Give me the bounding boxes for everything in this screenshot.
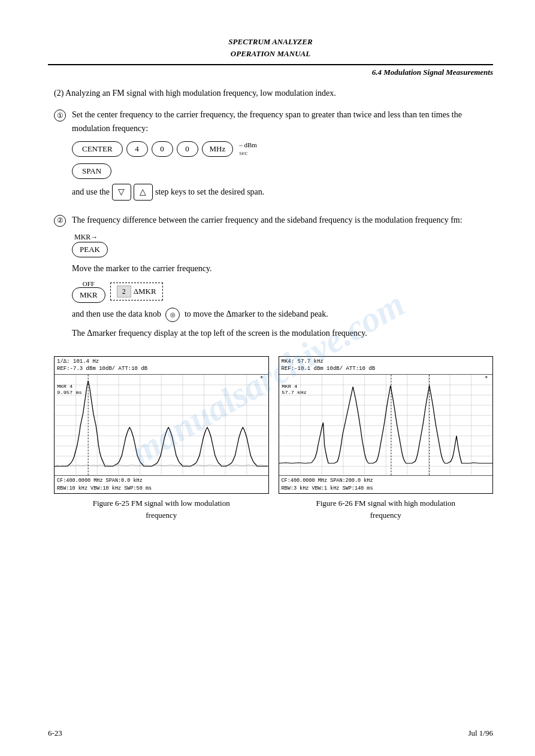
off-label: OFF	[83, 280, 95, 287]
step-keys-prefix: and use the	[72, 187, 110, 197]
fig26-caption-line2: frequency	[316, 509, 455, 521]
svg-text:*: *	[259, 375, 263, 382]
mkr-peak-block: MKR→ PEAK	[72, 233, 493, 257]
delta-mkr-box: 2 ΔMKR	[110, 283, 163, 300]
fig26-plot: * MKR 4 57.7 kHz	[279, 374, 493, 476]
figure-26-box: MK4: 57.7 kHz REF:-10.1 dBm 10dB/ ATT:10…	[279, 356, 494, 494]
fig26-svg: * MKR 4 57.7 kHz	[279, 375, 493, 476]
step-2-number: ②	[54, 215, 66, 227]
header-title-line2: OPERATION MANUAL	[48, 48, 493, 60]
step-1: ① Set the center frequency to the carrie…	[54, 108, 493, 206]
fig26-header: MK4: 57.7 kHz REF:-10.1 dBm 10dB/ ATT:10…	[279, 357, 493, 374]
mkr-off-row: OFF MKR 2 ΔMKR	[72, 280, 493, 303]
data-knob[interactable]: ◎	[165, 308, 180, 322]
fig25-footer: CF:400.0000 MHz SPAN:0.0 kHz RBW:10 kHz …	[55, 476, 268, 494]
page-header: SPECTRUM ANALYZER OPERATION MANUAL	[48, 36, 493, 59]
fig26-footer: CF:400.0000 MHz SPAN:200.0 kHz RBW:3 kHz…	[279, 476, 493, 494]
svg-text:MKR 4: MKR 4	[57, 384, 72, 389]
move-marker-text: Move the marker to the carrier frequency…	[72, 262, 493, 275]
unit-label: – dBm sec	[239, 141, 257, 157]
svg-text:MKR 4: MKR 4	[282, 384, 297, 389]
step-2-content: The frequency difference between the car…	[72, 214, 493, 349]
figure-25-wrap: 1/Δ: 101.4 Hz REF:-7.3 dBm 10dB/ ATT:10 …	[54, 356, 269, 521]
span-key-row: SPAN	[72, 163, 493, 179]
fig25-svg: * MKR 4 9.957 ms	[55, 375, 268, 476]
key-4[interactable]: 4	[126, 141, 148, 157]
key-0b[interactable]: 0	[177, 141, 198, 157]
down-arrow-key[interactable]: ▽	[112, 184, 131, 201]
mkr-button[interactable]: MKR	[72, 287, 105, 303]
header-rule	[48, 64, 493, 65]
figure-26-wrap: MK4: 57.7 kHz REF:-10.1 dBm 10dB/ ATT:10…	[279, 356, 494, 521]
fig25-caption-line2: frequency	[93, 509, 230, 521]
delta-display-text: The Δmarker frequency display at the top…	[72, 327, 493, 340]
fig25-plot: * MKR 4 9.957 ms	[55, 374, 268, 476]
knob-suffix: to move the Δmarker to the sideband peak…	[185, 309, 328, 318]
center-key[interactable]: CENTER	[72, 141, 123, 157]
step-keys-instruction: and use the ▽ △ step keys to set the des…	[72, 184, 493, 201]
peak-button[interactable]: PEAK	[72, 242, 108, 257]
mhz-key[interactable]: MHz	[202, 141, 234, 157]
svg-text:9.957 ms: 9.957 ms	[57, 390, 81, 395]
knob-prefix: and then use the data knob	[72, 309, 161, 318]
fig25-caption-line1: Figure 6-25 FM signal with low modulatio…	[93, 497, 230, 509]
step-1-content: Set the center frequency to the carrier …	[72, 108, 493, 206]
fig25-caption: Figure 6-25 FM signal with low modulatio…	[93, 497, 230, 521]
fig26-ref-line: REF:-10.1 dBm 10dB/ ATT:10 dB	[282, 365, 491, 373]
fig25-footer2: RBW:10 kHz VBW:10 kHz SWP:50 ms	[57, 485, 266, 493]
fig25-header-line1: 1/Δ: 101.4 Hz	[57, 358, 266, 366]
span-key[interactable]: SPAN	[72, 163, 111, 179]
fig25-header: 1/Δ: 101.4 Hz REF:-7.3 dBm 10dB/ ATT:10 …	[55, 357, 268, 374]
step-2-text: The frequency difference between the car…	[72, 214, 493, 227]
step-1-number: ①	[54, 110, 66, 122]
mkr-arrow-label: MKR→	[72, 233, 98, 242]
figures-row: 1/Δ: 101.4 Hz REF:-7.3 dBm 10dB/ ATT:10 …	[54, 356, 493, 521]
step-1-text: Set the center frequency to the carrier …	[72, 108, 493, 135]
svg-text:57.7 kHz: 57.7 kHz	[282, 390, 306, 395]
fig26-caption-line1: Figure 6-26 FM signal with high modulati…	[316, 497, 455, 509]
up-arrow-key[interactable]: △	[134, 184, 153, 201]
page-date: Jul 1/96	[468, 728, 493, 738]
fig26-footer1: CF:400.0000 MHz SPAN:200.0 kHz	[282, 477, 491, 485]
page-number: 6-23	[48, 728, 62, 738]
unit-bot: sec	[239, 149, 257, 157]
step-2: ② The frequency difference between the c…	[54, 214, 493, 349]
figure-25-box: 1/Δ: 101.4 Hz REF:-7.3 dBm 10dB/ ATT:10 …	[54, 356, 269, 494]
key-row-center: CENTER 4 0 0 MHz – dBm sec	[72, 141, 493, 157]
header-title-line1: SPECTRUM ANALYZER	[48, 36, 493, 48]
knob-instruction: and then use the data knob ◎ to move the…	[72, 308, 493, 322]
intro-paragraph: (2) Analyzing an FM signal with high mod…	[54, 87, 493, 100]
main-content: (2) Analyzing an FM signal with high mod…	[54, 87, 493, 521]
section-label: 6.4 Modulation Signal Measurements	[48, 68, 493, 77]
fig25-ref-line: REF:-7.3 dBm 10dB/ ATT:10 dB	[57, 365, 266, 373]
key-0a[interactable]: 0	[152, 141, 173, 157]
unit-top: – dBm	[239, 141, 257, 149]
delta-mkr-label: ΔMKR	[134, 287, 156, 296]
page: manualsarchive.com SPECTRUM ANALYZER OPE…	[0, 0, 535, 756]
fig25-footer1: CF:400.0000 MHz SPAN:0.0 kHz	[57, 477, 266, 485]
num-2: 2	[117, 286, 131, 297]
step-keys-suffix: step keys to set the desired span.	[155, 187, 264, 197]
page-footer: 6-23 Jul 1/96	[48, 728, 493, 738]
fig26-header-line1: MK4: 57.7 kHz	[282, 358, 491, 366]
fig26-footer2: RBW:3 kHz VBW:1 kHz SWP:140 ms	[282, 485, 491, 493]
fig26-caption: Figure 6-26 FM signal with high modulati…	[316, 497, 455, 521]
mkr-btn-wrap: OFF MKR	[72, 280, 105, 303]
svg-text:*: *	[484, 375, 488, 382]
